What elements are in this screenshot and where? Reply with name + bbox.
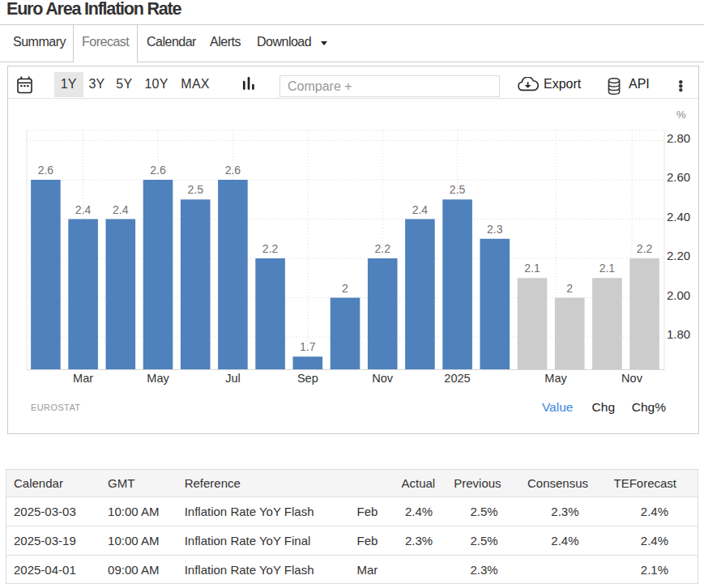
svg-text:Value: Value [542, 400, 574, 414]
svg-text:Mar: Mar [73, 372, 93, 385]
svg-text:2.2: 2.2 [262, 242, 279, 255]
svg-text:2.20: 2.20 [667, 249, 690, 262]
svg-text:Nov: Nov [621, 372, 643, 385]
svg-text:2: 2 [566, 282, 573, 295]
svg-text:May: May [544, 372, 567, 385]
svg-text:Chg%: Chg% [632, 400, 666, 414]
svg-text:2.00: 2.00 [667, 288, 690, 302]
svg-text:1.80: 1.80 [667, 327, 690, 341]
svg-text:2025: 2025 [444, 372, 470, 385]
svg-text:2.40: 2.40 [667, 210, 690, 224]
svg-text:2.80: 2.80 [667, 131, 690, 145]
svg-text:2.6: 2.6 [150, 164, 166, 177]
svg-text:%: % [676, 109, 686, 121]
svg-text:2.60: 2.60 [667, 170, 690, 184]
svg-text:2.6: 2.6 [225, 164, 241, 177]
svg-text:2: 2 [342, 282, 348, 295]
svg-text:2.4: 2.4 [75, 203, 92, 216]
svg-text:Sep: Sep [297, 372, 318, 385]
svg-text:2.2: 2.2 [374, 242, 390, 255]
svg-text:EUROSTAT: EUROSTAT [31, 403, 80, 412]
svg-text:Chg: Chg [592, 400, 615, 414]
svg-text:2.1: 2.1 [599, 262, 616, 275]
svg-text:1.7: 1.7 [300, 340, 316, 353]
svg-text:Nov: Nov [372, 372, 394, 385]
svg-text:2.5: 2.5 [187, 183, 203, 196]
svg-text:2.1: 2.1 [524, 262, 540, 275]
svg-text:May: May [147, 372, 169, 385]
svg-text:2.5: 2.5 [450, 183, 466, 196]
svg-text:Jul: Jul [225, 372, 241, 385]
svg-text:2.2: 2.2 [637, 242, 653, 255]
svg-text:2.6: 2.6 [38, 164, 54, 177]
svg-text:2.4: 2.4 [113, 203, 129, 216]
svg-text:2.3: 2.3 [487, 223, 503, 236]
svg-text:2.4: 2.4 [412, 203, 429, 216]
